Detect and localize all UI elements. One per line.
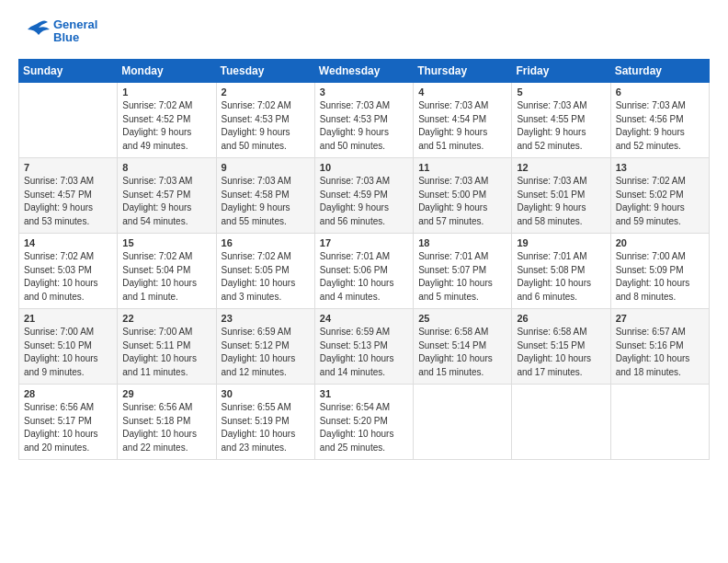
calendar-cell: 18Sunrise: 7:01 AM Sunset: 5:07 PM Dayli… [414, 234, 512, 309]
day-info: Sunrise: 7:02 AM Sunset: 5:03 PM Dayligh… [24, 250, 112, 304]
day-info: Sunrise: 6:54 AM Sunset: 5:20 PM Dayligh… [320, 401, 408, 454]
calendar-cell [610, 385, 709, 460]
day-info: Sunrise: 7:03 AM Sunset: 4:59 PM Dayligh… [320, 175, 408, 228]
day-number: 2 [222, 86, 310, 98]
day-number: 17 [320, 237, 408, 248]
day-number: 6 [616, 86, 704, 98]
week-row-0: 1Sunrise: 7:02 AM Sunset: 4:52 PM Daylig… [19, 83, 710, 158]
week-row-3: 21Sunrise: 7:00 AM Sunset: 5:10 PM Dayli… [19, 309, 710, 385]
logo-line2: Blue [53, 31, 97, 44]
calendar-cell: 25Sunrise: 6:58 AM Sunset: 5:14 PM Dayli… [414, 309, 512, 385]
calendar-cell: 16Sunrise: 7:02 AM Sunset: 5:05 PM Dayli… [216, 234, 314, 309]
day-number: 10 [320, 162, 408, 173]
day-info: Sunrise: 7:02 AM Sunset: 4:53 PM Dayligh… [222, 99, 310, 153]
day-number: 31 [320, 388, 408, 399]
calendar-cell: 23Sunrise: 6:59 AM Sunset: 5:12 PM Dayli… [216, 309, 314, 385]
day-number: 13 [616, 162, 704, 173]
day-info: Sunrise: 7:00 AM Sunset: 5:10 PM Dayligh… [24, 326, 112, 379]
week-row-4: 28Sunrise: 6:56 AM Sunset: 5:17 PM Dayli… [19, 385, 710, 460]
calendar-table: SundayMondayTuesdayWednesdayThursdayFrid… [18, 59, 710, 460]
day-info: Sunrise: 7:03 AM Sunset: 4:56 PM Dayligh… [616, 99, 704, 153]
calendar-cell: 3Sunrise: 7:03 AM Sunset: 4:53 PM Daylig… [314, 83, 413, 158]
calendar-cell: 17Sunrise: 7:01 AM Sunset: 5:06 PM Dayli… [314, 234, 413, 309]
calendar-cell: 31Sunrise: 6:54 AM Sunset: 5:20 PM Dayli… [314, 385, 413, 460]
logo: General Blue [18, 15, 97, 48]
calendar-cell: 19Sunrise: 7:01 AM Sunset: 5:08 PM Dayli… [512, 234, 610, 309]
day-info: Sunrise: 7:03 AM Sunset: 4:58 PM Dayligh… [222, 175, 310, 228]
day-number: 15 [122, 237, 210, 248]
day-number: 26 [517, 313, 605, 324]
calendar-cell: 11Sunrise: 7:03 AM Sunset: 5:00 PM Dayli… [414, 158, 512, 234]
day-info: Sunrise: 7:03 AM Sunset: 4:55 PM Dayligh… [517, 99, 605, 153]
day-number: 21 [24, 313, 112, 324]
day-number: 23 [222, 313, 310, 324]
header-day-wednesday: Wednesday [314, 60, 413, 83]
day-info: Sunrise: 7:02 AM Sunset: 5:05 PM Dayligh… [222, 250, 310, 304]
day-info: Sunrise: 7:00 AM Sunset: 5:11 PM Dayligh… [122, 326, 210, 379]
calendar-cell: 24Sunrise: 6:59 AM Sunset: 5:13 PM Dayli… [314, 309, 413, 385]
day-number: 30 [222, 388, 310, 399]
day-number: 29 [122, 388, 210, 399]
day-number: 20 [616, 237, 704, 248]
calendar-cell: 1Sunrise: 7:02 AM Sunset: 4:52 PM Daylig… [118, 83, 216, 158]
header-day-monday: Monday [118, 60, 216, 83]
calendar-cell [19, 83, 118, 158]
day-info: Sunrise: 6:56 AM Sunset: 5:17 PM Dayligh… [24, 401, 112, 454]
day-number: 7 [24, 162, 112, 173]
calendar-cell: 21Sunrise: 7:00 AM Sunset: 5:10 PM Dayli… [19, 309, 118, 385]
day-info: Sunrise: 7:01 AM Sunset: 5:08 PM Dayligh… [517, 250, 605, 304]
day-info: Sunrise: 6:56 AM Sunset: 5:18 PM Dayligh… [122, 401, 210, 454]
header-day-sunday: Sunday [19, 60, 118, 83]
calendar-cell: 28Sunrise: 6:56 AM Sunset: 5:17 PM Dayli… [19, 385, 118, 460]
calendar-cell: 20Sunrise: 7:00 AM Sunset: 5:09 PM Dayli… [610, 234, 709, 309]
day-number: 11 [418, 162, 506, 173]
day-number: 3 [320, 86, 408, 98]
calendar-cell: 6Sunrise: 7:03 AM Sunset: 4:56 PM Daylig… [610, 83, 709, 158]
day-number: 12 [517, 162, 605, 173]
logo-bird-icon [18, 15, 51, 48]
calendar-cell: 29Sunrise: 6:56 AM Sunset: 5:18 PM Dayli… [118, 385, 216, 460]
header-day-friday: Friday [512, 60, 610, 83]
day-number: 22 [122, 313, 210, 324]
logo-line1: General [53, 18, 97, 31]
day-number: 4 [418, 86, 506, 98]
header-row: SundayMondayTuesdayWednesdayThursdayFrid… [19, 60, 710, 83]
day-number: 18 [418, 237, 506, 248]
day-info: Sunrise: 7:01 AM Sunset: 5:07 PM Dayligh… [418, 250, 506, 304]
header-day-saturday: Saturday [610, 60, 709, 83]
day-number: 8 [122, 162, 210, 173]
day-info: Sunrise: 7:02 AM Sunset: 5:02 PM Dayligh… [616, 175, 704, 228]
day-info: Sunrise: 7:03 AM Sunset: 5:01 PM Dayligh… [517, 175, 605, 228]
day-info: Sunrise: 7:03 AM Sunset: 4:57 PM Dayligh… [122, 175, 210, 228]
day-info: Sunrise: 7:03 AM Sunset: 4:54 PM Dayligh… [418, 99, 506, 153]
calendar-cell: 27Sunrise: 6:57 AM Sunset: 5:16 PM Dayli… [610, 309, 709, 385]
week-row-2: 14Sunrise: 7:02 AM Sunset: 5:03 PM Dayli… [19, 234, 710, 309]
day-info: Sunrise: 7:03 AM Sunset: 4:53 PM Dayligh… [320, 99, 408, 153]
calendar-body: 1Sunrise: 7:02 AM Sunset: 4:52 PM Daylig… [19, 83, 710, 460]
day-info: Sunrise: 6:58 AM Sunset: 5:15 PM Dayligh… [517, 326, 605, 379]
calendar-cell: 4Sunrise: 7:03 AM Sunset: 4:54 PM Daylig… [414, 83, 512, 158]
day-info: Sunrise: 6:55 AM Sunset: 5:19 PM Dayligh… [222, 401, 310, 454]
header-day-tuesday: Tuesday [216, 60, 314, 83]
day-info: Sunrise: 6:58 AM Sunset: 5:14 PM Dayligh… [418, 326, 506, 379]
calendar-cell: 14Sunrise: 7:02 AM Sunset: 5:03 PM Dayli… [19, 234, 118, 309]
calendar-cell: 8Sunrise: 7:03 AM Sunset: 4:57 PM Daylig… [118, 158, 216, 234]
day-number: 1 [122, 86, 210, 98]
header-day-thursday: Thursday [414, 60, 512, 83]
calendar-cell: 15Sunrise: 7:02 AM Sunset: 5:04 PM Dayli… [118, 234, 216, 309]
day-number: 14 [24, 237, 112, 248]
day-info: Sunrise: 7:03 AM Sunset: 5:00 PM Dayligh… [418, 175, 506, 228]
day-info: Sunrise: 7:02 AM Sunset: 4:52 PM Dayligh… [122, 99, 210, 153]
page-container: General Blue SundayMondayTuesdayWednesda… [0, 0, 728, 471]
day-number: 24 [320, 313, 408, 324]
day-number: 19 [517, 237, 605, 248]
calendar-cell: 7Sunrise: 7:03 AM Sunset: 4:57 PM Daylig… [19, 158, 118, 234]
day-info: Sunrise: 7:02 AM Sunset: 5:04 PM Dayligh… [122, 250, 210, 304]
calendar-cell: 26Sunrise: 6:58 AM Sunset: 5:15 PM Dayli… [512, 309, 610, 385]
day-number: 25 [418, 313, 506, 324]
day-number: 16 [222, 237, 310, 248]
calendar-header: SundayMondayTuesdayWednesdayThursdayFrid… [19, 60, 710, 83]
calendar-cell: 12Sunrise: 7:03 AM Sunset: 5:01 PM Dayli… [512, 158, 610, 234]
calendar-cell: 9Sunrise: 7:03 AM Sunset: 4:58 PM Daylig… [216, 158, 314, 234]
calendar-cell [512, 385, 610, 460]
